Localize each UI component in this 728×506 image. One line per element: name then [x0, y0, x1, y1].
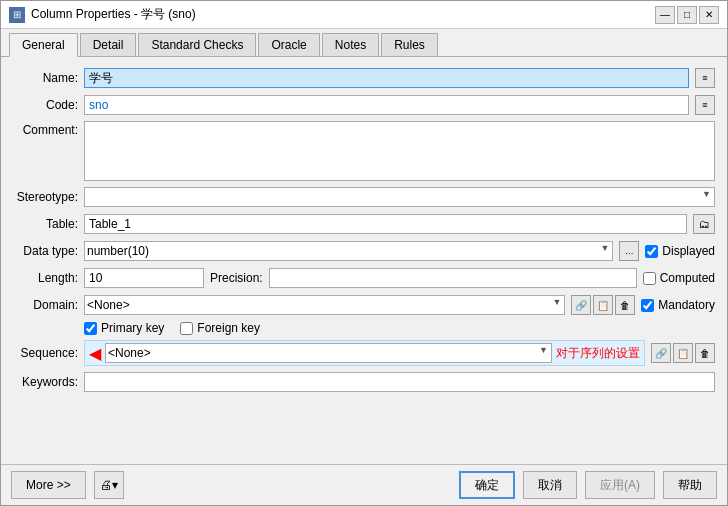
tab-oracle[interactable]: Oracle	[258, 33, 319, 56]
foreignkey-label: Foreign key	[180, 321, 260, 335]
domain-icon1-button[interactable]: 🔗	[571, 295, 591, 315]
stereotype-row: Stereotype:	[13, 186, 715, 208]
displayed-checkbox-label: Displayed	[645, 244, 715, 258]
domain-row: Domain: <None> 🔗 📋 🗑 Mandatory	[13, 294, 715, 316]
name-row: Name: ≡	[13, 67, 715, 89]
name-options-button[interactable]: ≡	[695, 68, 715, 88]
title-buttons: — □ ✕	[655, 6, 719, 24]
main-window: ⊞ Column Properties - 学号 (sno) — □ ✕ Gen…	[0, 0, 728, 506]
sequence-icon3-button[interactable]: 🗑	[695, 343, 715, 363]
table-row-field: Table: 🗂	[13, 213, 715, 235]
precision-label: Precision:	[210, 271, 263, 285]
sequence-note: 对于序列的设置	[556, 345, 640, 362]
length-label: Length:	[13, 271, 78, 285]
domain-icon-group: 🔗 📋 🗑	[571, 295, 635, 315]
mandatory-checkbox-label: Mandatory	[641, 298, 715, 312]
primarykey-checkbox[interactable]	[84, 322, 97, 335]
datatype-label: Data type:	[13, 244, 78, 258]
name-label: Name:	[13, 71, 78, 85]
datatype-row: Data type: number(10) … Displayed	[13, 240, 715, 262]
table-input[interactable]	[84, 214, 687, 234]
more-button[interactable]: More >>	[11, 471, 86, 499]
window-icon: ⊞	[9, 7, 25, 23]
domain-select[interactable]: <None>	[84, 295, 565, 315]
maximize-button[interactable]: □	[677, 6, 697, 24]
comment-label: Comment:	[13, 121, 78, 137]
footer: More >> 🖨▾ 确定 取消 应用(A) 帮助	[1, 464, 727, 505]
keywords-input[interactable]	[84, 372, 715, 392]
apply-button[interactable]: 应用(A)	[585, 471, 655, 499]
domain-icon2-button[interactable]: 📋	[593, 295, 613, 315]
comment-textarea[interactable]	[84, 121, 715, 181]
precision-input[interactable]	[269, 268, 637, 288]
code-row: Code: ≡	[13, 94, 715, 116]
tab-detail[interactable]: Detail	[80, 33, 137, 56]
help-button[interactable]: 帮助	[663, 471, 717, 499]
minimize-button[interactable]: —	[655, 6, 675, 24]
sequence-icon1-button[interactable]: 🔗	[651, 343, 671, 363]
window-title: Column Properties - 学号 (sno)	[31, 6, 649, 23]
tab-general[interactable]: General	[9, 33, 78, 57]
foreignkey-checkbox[interactable]	[180, 322, 193, 335]
computed-label: Computed	[660, 271, 715, 285]
domain-label: Domain:	[13, 298, 78, 312]
title-bar: ⊞ Column Properties - 学号 (sno) — □ ✕	[1, 1, 727, 29]
form-content: Name: ≡ Code: ≡ Comment: Stereotype:	[1, 57, 727, 464]
computed-checkbox-label: Computed	[643, 271, 715, 285]
displayed-label: Displayed	[662, 244, 715, 258]
confirm-button[interactable]: 确定	[459, 471, 515, 499]
displayed-checkbox[interactable]	[645, 245, 658, 258]
code-input[interactable]	[84, 95, 689, 115]
table-browse-button[interactable]: 🗂	[693, 214, 715, 234]
stereotype-select[interactable]	[84, 187, 715, 207]
code-label: Code:	[13, 98, 78, 112]
sequence-row: ◀ <None> 对于序列的设置	[84, 340, 645, 366]
length-input[interactable]	[84, 268, 204, 288]
primarykey-label: Primary key	[84, 321, 164, 335]
table-label: Table:	[13, 217, 78, 231]
mandatory-label: Mandatory	[658, 298, 715, 312]
computed-checkbox[interactable]	[643, 272, 656, 285]
code-options-button[interactable]: ≡	[695, 95, 715, 115]
domain-icon3-button[interactable]: 🗑	[615, 295, 635, 315]
mandatory-checkbox[interactable]	[641, 299, 654, 312]
sequence-icon2-button[interactable]: 📋	[673, 343, 693, 363]
keywords-row: Keywords:	[13, 371, 715, 393]
close-button[interactable]: ✕	[699, 6, 719, 24]
stereotype-label: Stereotype:	[13, 190, 78, 204]
keys-row: Primary key Foreign key	[13, 321, 715, 335]
cancel-button[interactable]: 取消	[523, 471, 577, 499]
length-precision-row: Length: Precision: Computed	[13, 267, 715, 289]
name-input[interactable]	[84, 68, 689, 88]
sequence-icon-group: 🔗 📋 🗑	[651, 343, 715, 363]
tab-standard-checks[interactable]: Standard Checks	[138, 33, 256, 56]
keywords-label: Keywords:	[13, 375, 78, 389]
sequence-select[interactable]: <None>	[105, 343, 552, 363]
tab-bar: General Detail Standard Checks Oracle No…	[1, 29, 727, 57]
sequence-arrow-icon: ◀	[89, 344, 101, 363]
datatype-select[interactable]: number(10)	[84, 241, 613, 261]
comment-row: Comment:	[13, 121, 715, 181]
tab-rules[interactable]: Rules	[381, 33, 438, 56]
sequence-row-wrapper: Sequence: ◀ <None> 对于序列的设置 🔗 📋 🗑	[13, 340, 715, 366]
print-icon-button[interactable]: 🖨▾	[94, 471, 124, 499]
tab-notes[interactable]: Notes	[322, 33, 379, 56]
datatype-browse-button[interactable]: …	[619, 241, 639, 261]
sequence-label: Sequence:	[13, 346, 78, 360]
